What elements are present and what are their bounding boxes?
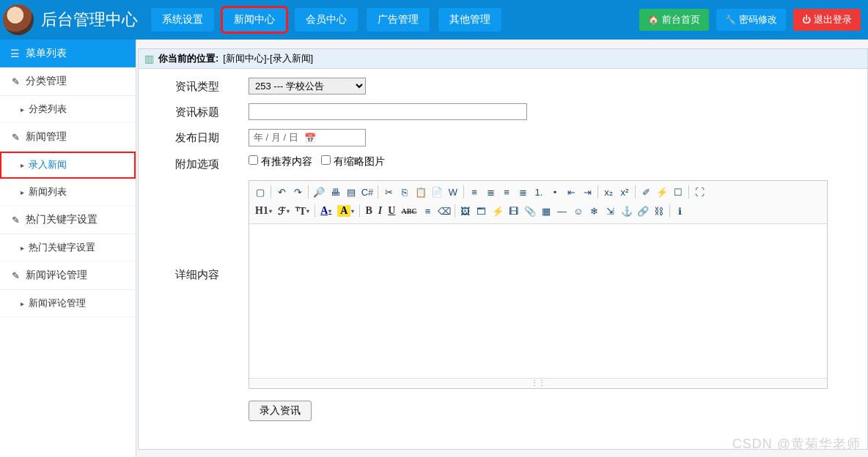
sidebar-group-category[interactable]: ✎分类管理 (0, 67, 136, 96)
font-family-sel[interactable]: ℱ (275, 203, 293, 219)
table-icon[interactable]: ▦ (538, 203, 554, 219)
pagebreak-icon[interactable]: ⇲ (603, 203, 619, 219)
thumbnail-checkbox[interactable] (321, 155, 331, 165)
list-ol-icon[interactable]: 1. (531, 184, 547, 200)
quick-format-icon[interactable]: ⚡ (654, 184, 670, 200)
change-password-button[interactable]: 🔧密码修改 (716, 9, 786, 31)
edit-icon: ✎ (12, 270, 20, 281)
undo-icon[interactable]: ↶ (273, 184, 290, 200)
align-right-icon[interactable]: ≡ (499, 184, 515, 200)
news-form: 资讯类型 253 --- 学校公告 资讯标题 发布日期 年 / 月 / 日📅 附… (139, 69, 867, 449)
unlink-icon[interactable]: ⛓ (651, 203, 667, 219)
image-icon[interactable]: 🖼 (457, 203, 474, 219)
editor-resize-handle[interactable]: ⋮⋮ (249, 378, 827, 388)
nav-ad-manage[interactable]: 广告管理 (367, 8, 430, 31)
hr-icon[interactable]: — (554, 203, 570, 219)
indent-icon[interactable]: ⇥ (579, 184, 595, 200)
sidebar-item-comments[interactable]: 新闻评论管理 (0, 290, 136, 317)
edit-icon: ✎ (12, 215, 20, 226)
recommend-checkbox[interactable] (249, 155, 258, 165)
about-icon[interactable]: ℹ (672, 203, 688, 219)
sidebar-group-news[interactable]: ✎新闻管理 (0, 123, 136, 152)
subscript-icon[interactable]: x₂ (600, 184, 617, 200)
remove-format-icon[interactable]: ⌫ (436, 203, 452, 219)
nav-member-center[interactable]: 会员中心 (295, 8, 358, 31)
brand-title: 后台管理中心 (41, 9, 138, 31)
type-select[interactable]: 253 --- 学校公告 (249, 78, 366, 94)
strike-icon[interactable]: ABC (398, 203, 419, 219)
label-content: 详细内容 (146, 180, 249, 282)
breadcrumb: ▥ 你当前的位置: [新闻中心]-[录入新闻] (139, 49, 867, 69)
align-center-icon[interactable]: ≣ (482, 184, 499, 200)
sidebar-item-add-news[interactable]: 录入新闻 (0, 152, 136, 179)
title-input[interactable] (249, 103, 527, 120)
font-size-sel[interactable]: ᵀT (293, 203, 312, 219)
media-icon[interactable]: 🎞 (506, 203, 522, 219)
rich-editor: ▢↶↷🔎🖶▤C#✂⎘📋📄W≡≣≡≣1.•⇤⇥x₂x²✐⚡☐⛶H1ℱᵀTAABIU… (249, 180, 828, 389)
anchor-icon[interactable]: ⚓ (619, 203, 635, 219)
edit-icon: ✎ (12, 76, 20, 87)
code-icon[interactable]: C# (359, 184, 375, 200)
sidebar-group-keywords[interactable]: ✎热门关键字设置 (0, 206, 136, 234)
select-all-icon[interactable]: ☐ (670, 184, 686, 200)
opt-thumbnail[interactable]: 有缩略图片 (321, 155, 385, 167)
edit-icon: ✎ (12, 132, 20, 143)
link-icon[interactable]: 🔗 (635, 203, 651, 219)
outdent-icon[interactable]: ⇤ (563, 184, 579, 200)
paste-icon[interactable]: 📋 (413, 184, 429, 200)
main-area: ▥ 你当前的位置: [新闻中心]-[录入新闻] 资讯类型 253 --- 学校公… (136, 40, 868, 457)
sidebar-item-keywords[interactable]: 热门关键字设置 (0, 234, 136, 261)
underline-icon[interactable]: U (385, 203, 398, 219)
cut-icon[interactable]: ✂ (380, 184, 397, 200)
label-type: 资讯类型 (146, 78, 249, 94)
sidebar: 菜单列表 ✎分类管理 分类列表 ✎新闻管理 录入新闻 新闻列表 ✎热门关键字设置… (0, 40, 136, 457)
sidebar-header: 菜单列表 (0, 40, 136, 67)
nav-system-settings[interactable]: 系统设置 (151, 8, 214, 31)
preview-icon[interactable]: 🔎 (311, 184, 327, 200)
paste-word-icon[interactable]: W (445, 184, 461, 200)
nav-other-manage[interactable]: 其他管理 (438, 8, 501, 31)
avatar[interactable] (3, 4, 34, 35)
align-left-icon[interactable]: ≡ (466, 184, 482, 200)
wrench-icon: 🔧 (725, 15, 736, 25)
emoji-icon[interactable]: ☺ (570, 203, 586, 219)
editor-textarea[interactable] (249, 224, 827, 378)
list-ul-icon[interactable]: • (547, 184, 563, 200)
sidebar-group-comments[interactable]: ✎新闻评论管理 (0, 261, 136, 290)
multi-image-icon[interactable]: 🗔 (474, 203, 490, 219)
date-input[interactable]: 年 / 月 / 日📅 (249, 129, 366, 146)
logout-button[interactable]: ⏻退出登录 (793, 9, 861, 31)
italic-icon[interactable]: I (375, 203, 385, 219)
bold-icon[interactable]: B (362, 203, 375, 219)
opt-recommend[interactable]: 有推荐内容 (249, 155, 312, 167)
nav-news-center[interactable]: 新闻中心 (223, 8, 286, 31)
fullscreen-icon[interactable]: ⛶ (691, 184, 707, 200)
superscript-icon[interactable]: x² (617, 184, 633, 200)
editor-toolbar: ▢↶↷🔎🖶▤C#✂⎘📋📄W≡≣≡≣1.•⇤⇥x₂x²✐⚡☐⛶H1ℱᵀTAABIU… (249, 181, 827, 224)
clear-format-icon[interactable]: ✐ (638, 184, 654, 200)
flash-icon[interactable]: ⚡ (490, 203, 506, 219)
sidebar-item-category-list[interactable]: 分类列表 (0, 96, 136, 123)
source-icon[interactable]: ▢ (252, 184, 268, 200)
line-height-icon[interactable]: ≡ (420, 203, 436, 219)
print-icon[interactable]: 🖶 (327, 184, 343, 200)
label-title: 资讯标题 (146, 103, 249, 119)
redo-icon[interactable]: ↷ (290, 184, 306, 200)
special-char-icon[interactable]: ❄ (586, 203, 603, 219)
label-extra: 附加选项 (146, 155, 249, 171)
copy-icon[interactable]: ⎘ (397, 184, 413, 200)
align-justify-icon[interactable]: ≣ (515, 184, 531, 200)
template-icon[interactable]: ▤ (343, 184, 359, 200)
heading-sel[interactable]: H1 (252, 203, 275, 219)
file-icon[interactable]: 📎 (522, 203, 538, 219)
top-bar: 后台管理中心 系统设置 新闻中心 会员中心 广告管理 其他管理 🏠前台首页 🔧密… (0, 0, 868, 40)
menu-icon (10, 48, 20, 59)
submit-button[interactable]: 录入资讯 (249, 401, 312, 421)
bg-color-sel[interactable]: A (334, 203, 357, 219)
home-icon: 🏠 (648, 15, 659, 25)
label-date: 发布日期 (146, 129, 249, 145)
sidebar-item-news-list[interactable]: 新闻列表 (0, 179, 136, 206)
front-site-button[interactable]: 🏠前台首页 (639, 9, 709, 31)
font-color-sel[interactable]: A (317, 203, 334, 219)
paste-text-icon[interactable]: 📄 (429, 184, 445, 200)
